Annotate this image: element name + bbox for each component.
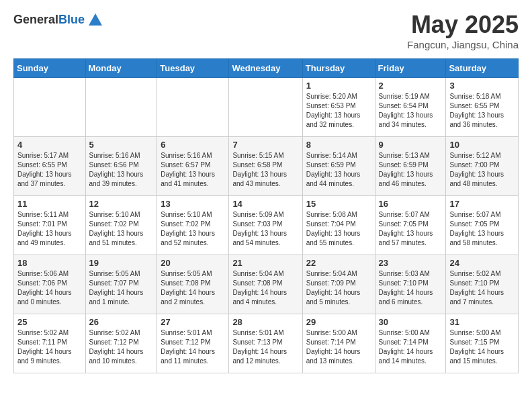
header: GeneralBlue May 2025 Fangcun, Jiangsu, C… — [13, 11, 519, 50]
day-info: Sunrise: 5:07 AM Sunset: 7:05 PM Dayligh… — [449, 210, 515, 248]
day-number: 1 — [306, 81, 371, 91]
col-header-thursday: Thursday — [302, 59, 375, 78]
day-info: Sunrise: 5:16 AM Sunset: 6:57 PM Dayligh… — [161, 151, 225, 189]
day-cell — [157, 78, 229, 137]
day-number: 14 — [232, 199, 298, 209]
day-number: 27 — [161, 317, 225, 327]
day-number: 18 — [17, 258, 82, 268]
day-info: Sunrise: 5:20 AM Sunset: 6:53 PM Dayligh… — [306, 92, 371, 130]
day-cell: 11Sunrise: 5:11 AM Sunset: 7:01 PM Dayli… — [14, 196, 86, 255]
day-cell: 30Sunrise: 5:00 AM Sunset: 7:14 PM Dayli… — [375, 314, 446, 373]
day-info: Sunrise: 5:12 AM Sunset: 7:00 PM Dayligh… — [449, 151, 515, 189]
day-cell: 19Sunrise: 5:05 AM Sunset: 7:07 PM Dayli… — [85, 255, 157, 314]
day-cell: 24Sunrise: 5:02 AM Sunset: 7:10 PM Dayli… — [446, 255, 519, 314]
day-cell: 8Sunrise: 5:14 AM Sunset: 6:59 PM Daylig… — [302, 137, 375, 196]
day-number: 25 — [17, 317, 82, 327]
day-number: 11 — [17, 199, 82, 209]
day-cell: 16Sunrise: 5:07 AM Sunset: 7:05 PM Dayli… — [375, 196, 446, 255]
subtitle: Fangcun, Jiangsu, China — [407, 39, 519, 50]
day-cell: 25Sunrise: 5:02 AM Sunset: 7:11 PM Dayli… — [14, 314, 86, 373]
day-number: 20 — [161, 258, 225, 268]
logo-icon — [86, 11, 105, 30]
col-header-monday: Monday — [85, 59, 157, 78]
day-cell: 21Sunrise: 5:04 AM Sunset: 7:08 PM Dayli… — [229, 255, 302, 314]
day-cell — [14, 78, 86, 137]
day-cell — [229, 78, 302, 137]
day-number: 26 — [89, 317, 154, 327]
day-info: Sunrise: 5:00 AM Sunset: 7:15 PM Dayligh… — [449, 328, 515, 366]
day-cell: 6Sunrise: 5:16 AM Sunset: 6:57 PM Daylig… — [157, 137, 229, 196]
day-info: Sunrise: 5:08 AM Sunset: 7:04 PM Dayligh… — [306, 210, 371, 248]
day-cell: 13Sunrise: 5:10 AM Sunset: 7:02 PM Dayli… — [157, 196, 229, 255]
day-cell: 27Sunrise: 5:01 AM Sunset: 7:12 PM Dayli… — [157, 314, 229, 373]
day-cell: 26Sunrise: 5:02 AM Sunset: 7:12 PM Dayli… — [85, 314, 157, 373]
header-row: SundayMondayTuesdayWednesdayThursdayFrid… — [14, 59, 519, 78]
day-info: Sunrise: 5:13 AM Sunset: 6:59 PM Dayligh… — [379, 151, 443, 189]
day-info: Sunrise: 5:02 AM Sunset: 7:10 PM Dayligh… — [449, 269, 515, 307]
day-number: 10 — [449, 140, 515, 150]
day-number: 21 — [232, 258, 298, 268]
day-number: 16 — [379, 199, 443, 209]
day-cell: 12Sunrise: 5:10 AM Sunset: 7:02 PM Dayli… — [85, 196, 157, 255]
day-info: Sunrise: 5:06 AM Sunset: 7:06 PM Dayligh… — [17, 269, 82, 307]
title-block: May 2025 Fangcun, Jiangsu, China — [407, 11, 519, 50]
day-number: 13 — [161, 199, 225, 209]
day-info: Sunrise: 5:04 AM Sunset: 7:09 PM Dayligh… — [306, 269, 371, 307]
day-cell: 23Sunrise: 5:03 AM Sunset: 7:10 PM Dayli… — [375, 255, 446, 314]
calendar-table: SundayMondayTuesdayWednesdayThursdayFrid… — [13, 58, 519, 373]
col-header-wednesday: Wednesday — [229, 59, 302, 78]
logo-blue: Blue — [58, 13, 85, 26]
day-info: Sunrise: 5:00 AM Sunset: 7:14 PM Dayligh… — [306, 328, 371, 366]
day-cell — [85, 78, 157, 137]
day-info: Sunrise: 5:02 AM Sunset: 7:11 PM Dayligh… — [17, 328, 82, 366]
day-number: 7 — [232, 140, 298, 150]
day-number: 6 — [161, 140, 225, 150]
day-info: Sunrise: 5:10 AM Sunset: 7:02 PM Dayligh… — [161, 210, 225, 248]
day-number: 30 — [379, 317, 443, 327]
day-cell: 1Sunrise: 5:20 AM Sunset: 6:53 PM Daylig… — [302, 78, 375, 137]
day-cell: 15Sunrise: 5:08 AM Sunset: 7:04 PM Dayli… — [302, 196, 375, 255]
col-header-sunday: Sunday — [14, 59, 86, 78]
day-number: 8 — [306, 140, 371, 150]
day-cell: 20Sunrise: 5:05 AM Sunset: 7:08 PM Dayli… — [157, 255, 229, 314]
day-cell: 7Sunrise: 5:15 AM Sunset: 6:58 PM Daylig… — [229, 137, 302, 196]
day-number: 19 — [89, 258, 154, 268]
logo-general: General — [13, 13, 58, 26]
day-info: Sunrise: 5:18 AM Sunset: 6:55 PM Dayligh… — [449, 92, 515, 130]
day-cell: 10Sunrise: 5:12 AM Sunset: 7:00 PM Dayli… — [446, 137, 519, 196]
day-cell: 3Sunrise: 5:18 AM Sunset: 6:55 PM Daylig… — [446, 78, 519, 137]
day-info: Sunrise: 5:15 AM Sunset: 6:58 PM Dayligh… — [232, 151, 298, 189]
day-info: Sunrise: 5:09 AM Sunset: 7:03 PM Dayligh… — [232, 210, 298, 248]
day-cell: 28Sunrise: 5:01 AM Sunset: 7:13 PM Dayli… — [229, 314, 302, 373]
week-row-3: 11Sunrise: 5:11 AM Sunset: 7:01 PM Dayli… — [14, 196, 519, 255]
day-cell: 17Sunrise: 5:07 AM Sunset: 7:05 PM Dayli… — [446, 196, 519, 255]
day-info: Sunrise: 5:00 AM Sunset: 7:14 PM Dayligh… — [379, 328, 443, 366]
col-header-friday: Friday — [375, 59, 446, 78]
day-info: Sunrise: 5:17 AM Sunset: 6:55 PM Dayligh… — [17, 151, 82, 189]
day-cell: 29Sunrise: 5:00 AM Sunset: 7:14 PM Dayli… — [302, 314, 375, 373]
day-info: Sunrise: 5:03 AM Sunset: 7:10 PM Dayligh… — [379, 269, 443, 307]
day-info: Sunrise: 5:01 AM Sunset: 7:12 PM Dayligh… — [161, 328, 225, 366]
day-cell: 31Sunrise: 5:00 AM Sunset: 7:15 PM Dayli… — [446, 314, 519, 373]
day-cell: 2Sunrise: 5:19 AM Sunset: 6:54 PM Daylig… — [375, 78, 446, 137]
day-cell: 18Sunrise: 5:06 AM Sunset: 7:06 PM Dayli… — [14, 255, 86, 314]
day-info: Sunrise: 5:05 AM Sunset: 7:07 PM Dayligh… — [89, 269, 154, 307]
week-row-4: 18Sunrise: 5:06 AM Sunset: 7:06 PM Dayli… — [14, 255, 519, 314]
month-title: May 2025 — [407, 11, 519, 39]
day-cell: 4Sunrise: 5:17 AM Sunset: 6:55 PM Daylig… — [14, 137, 86, 196]
col-header-tuesday: Tuesday — [157, 59, 229, 78]
day-cell: 5Sunrise: 5:16 AM Sunset: 6:56 PM Daylig… — [85, 137, 157, 196]
week-row-5: 25Sunrise: 5:02 AM Sunset: 7:11 PM Dayli… — [14, 314, 519, 373]
day-info: Sunrise: 5:10 AM Sunset: 7:02 PM Dayligh… — [89, 210, 154, 248]
day-info: Sunrise: 5:11 AM Sunset: 7:01 PM Dayligh… — [17, 210, 82, 248]
day-number: 2 — [379, 81, 443, 91]
day-cell: 14Sunrise: 5:09 AM Sunset: 7:03 PM Dayli… — [229, 196, 302, 255]
day-info: Sunrise: 5:04 AM Sunset: 7:08 PM Dayligh… — [232, 269, 298, 307]
day-info: Sunrise: 5:07 AM Sunset: 7:05 PM Dayligh… — [379, 210, 443, 248]
day-info: Sunrise: 5:05 AM Sunset: 7:08 PM Dayligh… — [161, 269, 225, 307]
page: GeneralBlue May 2025 Fangcun, Jiangsu, C… — [0, 0, 532, 384]
day-number: 29 — [306, 317, 371, 327]
day-number: 22 — [306, 258, 371, 268]
svg-marker-0 — [89, 13, 102, 26]
day-info: Sunrise: 5:14 AM Sunset: 6:59 PM Dayligh… — [306, 151, 371, 189]
